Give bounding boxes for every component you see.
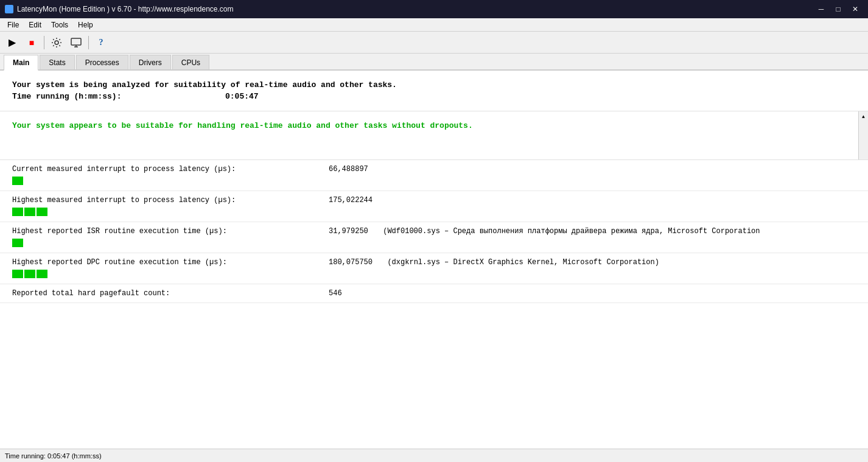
- metric-highest-dpc-extra: (dxgkrnl.sys – DirectX Graphics Kernel, …: [379, 258, 659, 267]
- status-bar: Time running: 0:05:47 (h:mm:ss): [0, 449, 868, 462]
- menu-bar: File Edit Tools Help: [0, 18, 868, 32]
- metric-current-latency-label: Current measured interrupt to process la…: [12, 165, 329, 173]
- metric-pagefault-value: 546: [329, 289, 342, 298]
- menu-tools[interactable]: Tools: [46, 19, 73, 30]
- metric-highest-isr: Highest reported ISR routine execution t…: [0, 222, 868, 253]
- bar-segment-2: [24, 208, 35, 216]
- scroll-up-arrow[interactable]: ▲: [859, 111, 869, 121]
- bar-segment-1: [12, 208, 23, 216]
- time-value: 0:05:47: [225, 92, 259, 101]
- bar-segment-dpc-1: [12, 270, 23, 278]
- metric-highest-dpc: Highest reported DPC routine execution t…: [0, 253, 868, 284]
- toolbar: ▶ ■ ?: [0, 32, 868, 54]
- time-line: Time running (h:mm:ss): 0:05:47: [12, 92, 856, 101]
- tab-processes[interactable]: Processes: [76, 55, 128, 69]
- metric-pagefault: Reported total hard pagefault count: 546: [0, 284, 868, 303]
- toolbar-separator: [44, 36, 44, 49]
- monitor-button[interactable]: [68, 34, 85, 51]
- bar-segment-isr: [12, 239, 23, 247]
- close-button[interactable]: ✕: [847, 1, 863, 17]
- bar-segment-dpc-3: [37, 270, 47, 278]
- app-icon: [5, 5, 13, 13]
- title-controls: ─ □ ✕: [813, 1, 863, 17]
- stop-button[interactable]: ■: [23, 34, 40, 51]
- window-title: LatencyMon (Home Edition ) v 6.70 - http…: [17, 5, 234, 13]
- metric-pagefault-label: Reported total hard pagefault count:: [12, 289, 329, 298]
- metric-highest-dpc-value: 180,075750: [329, 258, 373, 267]
- minimize-button[interactable]: ─: [813, 1, 829, 17]
- metric-highest-latency-bar: [12, 207, 856, 217]
- metric-highest-latency-label: Highest measured interrupt to process la…: [12, 196, 329, 205]
- metric-highest-isr-bar: [12, 238, 856, 248]
- toolbar-separator-2: [88, 36, 89, 49]
- metrics-section: Current measured interrupt to process la…: [0, 160, 868, 449]
- metric-highest-latency-value: 175,022244: [329, 196, 373, 205]
- metric-highest-isr-extra: (Wdf01000.sys – Среда выполнения платфор…: [374, 227, 760, 236]
- help-button[interactable]: ?: [93, 34, 110, 51]
- metric-highest-dpc-label: Highest reported DPC routine execution t…: [12, 258, 329, 267]
- bar-segment: [12, 177, 23, 185]
- title-bar: LatencyMon (Home Edition ) v 6.70 - http…: [0, 0, 868, 18]
- title-bar-left: LatencyMon (Home Edition ) v 6.70 - http…: [5, 5, 234, 13]
- main-content: Your system is being analyzed for suitab…: [0, 71, 868, 449]
- svg-point-0: [55, 41, 58, 44]
- metric-highest-dpc-bar: [12, 269, 856, 279]
- bar-segment-dpc-2: [24, 270, 35, 278]
- metric-current-latency-value: 66,488897: [329, 165, 368, 173]
- settings-button[interactable]: [48, 34, 65, 51]
- scrollbar[interactable]: ▲: [858, 111, 868, 159]
- metric-highest-isr-value: 31,979250: [329, 227, 368, 236]
- menu-help[interactable]: Help: [73, 19, 98, 30]
- bar-segment-3: [37, 208, 47, 216]
- maximize-button[interactable]: □: [830, 1, 846, 17]
- tab-stats[interactable]: Stats: [40, 55, 74, 69]
- time-label: Time running (h:mm:ss):: [12, 92, 225, 101]
- play-button[interactable]: ▶: [4, 34, 21, 51]
- metric-current-latency-bar: [12, 176, 856, 186]
- menu-file[interactable]: File: [2, 19, 24, 30]
- menu-edit[interactable]: Edit: [24, 19, 46, 30]
- analysis-line1: Your system is being analyzed for suitab…: [12, 80, 856, 89]
- status-section: Your system appears to be suitable for h…: [0, 111, 868, 160]
- metric-highest-isr-label: Highest reported ISR routine execution t…: [12, 227, 329, 236]
- status-text: Your system appears to be suitable for h…: [12, 121, 856, 130]
- tab-drivers[interactable]: Drivers: [130, 55, 171, 69]
- status-bar-text: Time running: 0:05:47 (h:mm:ss): [5, 452, 102, 460]
- analysis-section: Your system is being analyzed for suitab…: [0, 71, 868, 111]
- svg-rect-1: [71, 38, 81, 45]
- tab-cpus[interactable]: CPUs: [172, 55, 209, 69]
- metric-current-latency: Current measured interrupt to process la…: [0, 160, 868, 191]
- tabs: Main Stats Processes Drivers CPUs: [0, 54, 868, 71]
- metric-highest-latency: Highest measured interrupt to process la…: [0, 191, 868, 222]
- tab-main[interactable]: Main: [4, 55, 38, 71]
